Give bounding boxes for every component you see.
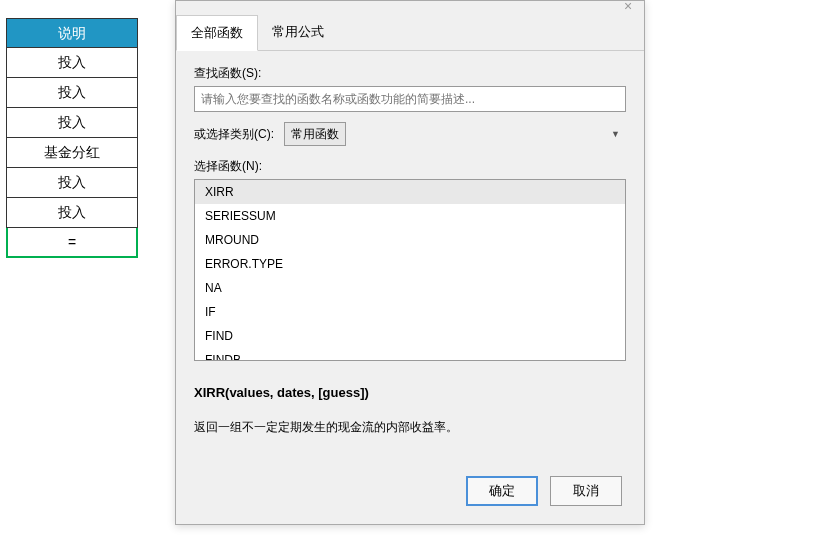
cell-row[interactable]: 投入 bbox=[6, 48, 138, 78]
function-item[interactable]: SERIESSUM bbox=[195, 204, 625, 228]
cell-row[interactable]: 投入 bbox=[6, 108, 138, 138]
function-item[interactable]: FIND bbox=[195, 324, 625, 348]
ok-button[interactable]: 确定 bbox=[466, 476, 538, 506]
cell-row[interactable]: 投入 bbox=[6, 78, 138, 108]
search-label: 查找函数(S): bbox=[194, 65, 626, 82]
column-header[interactable]: 说明 bbox=[6, 18, 138, 48]
dialog-buttons: 确定 取消 bbox=[466, 476, 622, 506]
function-list[interactable]: XIRR SERIESSUM MROUND ERROR.TYPE NA IF F… bbox=[194, 179, 626, 361]
dialog-titlebar: × bbox=[176, 1, 644, 15]
function-list-label: 选择函数(N): bbox=[194, 158, 626, 175]
cell-row[interactable]: 投入 bbox=[6, 168, 138, 198]
function-signature: XIRR(values, dates, [guess]) bbox=[194, 385, 626, 400]
function-item[interactable]: IF bbox=[195, 300, 625, 324]
dialog-content: 查找函数(S): 或选择类别(C): 常用函数 选择函数(N): XIRR SE… bbox=[176, 51, 644, 450]
function-item[interactable]: FINDB bbox=[195, 348, 625, 361]
cancel-button[interactable]: 取消 bbox=[550, 476, 622, 506]
function-item[interactable]: XIRR bbox=[195, 180, 625, 204]
category-select[interactable]: 常用函数 bbox=[284, 122, 346, 146]
function-item[interactable]: ERROR.TYPE bbox=[195, 252, 625, 276]
function-item[interactable]: MROUND bbox=[195, 228, 625, 252]
spreadsheet-column: 说明 投入 投入 投入 基金分红 投入 投入 = bbox=[6, 18, 138, 258]
tab-bar: 全部函数 常用公式 bbox=[176, 15, 644, 51]
close-icon[interactable]: × bbox=[624, 1, 636, 13]
function-item[interactable]: NA bbox=[195, 276, 625, 300]
tab-all-functions[interactable]: 全部函数 bbox=[176, 15, 258, 51]
formula-cell[interactable]: = bbox=[6, 228, 138, 258]
insert-function-dialog: × 全部函数 常用公式 查找函数(S): 或选择类别(C): 常用函数 选择函数… bbox=[175, 0, 645, 525]
category-label: 或选择类别(C): bbox=[194, 126, 274, 143]
search-input[interactable] bbox=[194, 86, 626, 112]
function-description: 返回一组不一定定期发生的现金流的内部收益率。 bbox=[194, 418, 626, 436]
tab-common-formulas[interactable]: 常用公式 bbox=[258, 15, 338, 50]
cell-row[interactable]: 投入 bbox=[6, 198, 138, 228]
cell-row[interactable]: 基金分红 bbox=[6, 138, 138, 168]
